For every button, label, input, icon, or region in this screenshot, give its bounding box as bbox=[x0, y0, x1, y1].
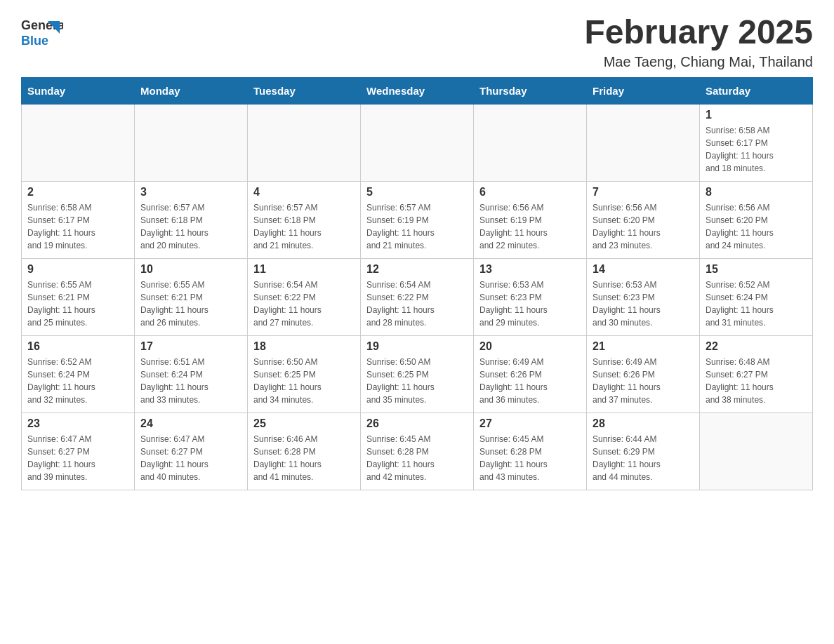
calendar-cell: 15Sunrise: 6:52 AMSunset: 6:24 PMDayligh… bbox=[700, 258, 813, 335]
day-number: 25 bbox=[253, 417, 355, 430]
day-info: Sunrise: 6:54 AMSunset: 6:22 PMDaylight:… bbox=[253, 279, 355, 329]
calendar-header-row: Sunday Monday Tuesday Wednesday Thursday… bbox=[22, 77, 813, 104]
day-number: 2 bbox=[27, 186, 128, 199]
calendar-cell: 18Sunrise: 6:50 AMSunset: 6:25 PMDayligh… bbox=[248, 335, 361, 412]
day-info: Sunrise: 6:50 AMSunset: 6:25 PMDaylight:… bbox=[253, 356, 355, 406]
calendar-week-5: 23Sunrise: 6:47 AMSunset: 6:27 PMDayligh… bbox=[22, 412, 813, 490]
calendar-cell bbox=[474, 104, 587, 181]
day-number: 18 bbox=[253, 340, 355, 353]
day-info: Sunrise: 6:47 AMSunset: 6:27 PMDaylight:… bbox=[140, 433, 241, 483]
col-saturday: Saturday bbox=[700, 77, 813, 104]
calendar-cell: 22Sunrise: 6:48 AMSunset: 6:27 PMDayligh… bbox=[700, 335, 813, 412]
day-info: Sunrise: 6:58 AMSunset: 6:17 PMDaylight:… bbox=[706, 124, 807, 175]
day-info: Sunrise: 6:57 AMSunset: 6:19 PMDaylight:… bbox=[366, 201, 468, 252]
calendar-cell: 17Sunrise: 6:51 AMSunset: 6:24 PMDayligh… bbox=[135, 335, 248, 412]
day-info: Sunrise: 6:46 AMSunset: 6:28 PMDaylight:… bbox=[253, 433, 355, 483]
day-info: Sunrise: 6:48 AMSunset: 6:27 PMDaylight:… bbox=[706, 356, 807, 406]
title-section: February 2025 Mae Taeng, Chiang Mai, Tha… bbox=[584, 14, 813, 70]
day-info: Sunrise: 6:56 AMSunset: 6:19 PMDaylight:… bbox=[479, 201, 581, 252]
day-info: Sunrise: 6:44 AMSunset: 6:29 PMDaylight:… bbox=[593, 433, 694, 483]
day-number: 9 bbox=[27, 263, 128, 276]
day-number: 11 bbox=[253, 263, 355, 276]
col-wednesday: Wednesday bbox=[361, 77, 474, 104]
day-number: 22 bbox=[706, 340, 807, 353]
calendar-subtitle: Mae Taeng, Chiang Mai, Thailand bbox=[584, 54, 813, 70]
calendar-cell: 12Sunrise: 6:54 AMSunset: 6:22 PMDayligh… bbox=[361, 258, 474, 335]
day-info: Sunrise: 6:53 AMSunset: 6:23 PMDaylight:… bbox=[479, 279, 581, 329]
calendar-cell bbox=[135, 104, 248, 181]
day-number: 28 bbox=[593, 417, 694, 430]
calendar-cell: 10Sunrise: 6:55 AMSunset: 6:21 PMDayligh… bbox=[135, 258, 248, 335]
day-info: Sunrise: 6:52 AMSunset: 6:24 PMDaylight:… bbox=[706, 279, 807, 329]
day-number: 21 bbox=[593, 340, 694, 353]
calendar-cell: 6Sunrise: 6:56 AMSunset: 6:19 PMDaylight… bbox=[474, 181, 587, 258]
day-info: Sunrise: 6:55 AMSunset: 6:21 PMDaylight:… bbox=[27, 279, 128, 329]
calendar-cell: 8Sunrise: 6:56 AMSunset: 6:20 PMDaylight… bbox=[700, 181, 813, 258]
calendar-cell: 1Sunrise: 6:58 AMSunset: 6:17 PMDaylight… bbox=[700, 104, 813, 181]
calendar-cell: 14Sunrise: 6:53 AMSunset: 6:23 PMDayligh… bbox=[587, 258, 700, 335]
day-info: Sunrise: 6:51 AMSunset: 6:24 PMDaylight:… bbox=[140, 356, 241, 406]
col-thursday: Thursday bbox=[474, 77, 587, 104]
calendar-cell: 4Sunrise: 6:57 AMSunset: 6:18 PMDaylight… bbox=[248, 181, 361, 258]
logo: General Blue bbox=[21, 14, 63, 53]
col-monday: Monday bbox=[135, 77, 248, 104]
logo-image: General Blue bbox=[21, 14, 63, 53]
calendar-cell: 26Sunrise: 6:45 AMSunset: 6:28 PMDayligh… bbox=[361, 412, 474, 490]
calendar-cell: 19Sunrise: 6:50 AMSunset: 6:25 PMDayligh… bbox=[361, 335, 474, 412]
calendar-week-1: 1Sunrise: 6:58 AMSunset: 6:17 PMDaylight… bbox=[22, 104, 813, 181]
day-info: Sunrise: 6:57 AMSunset: 6:18 PMDaylight:… bbox=[253, 201, 355, 252]
day-number: 17 bbox=[140, 340, 241, 353]
calendar-cell bbox=[361, 104, 474, 181]
calendar-cell: 2Sunrise: 6:58 AMSunset: 6:17 PMDaylight… bbox=[22, 181, 135, 258]
col-tuesday: Tuesday bbox=[248, 77, 361, 104]
day-number: 5 bbox=[366, 186, 468, 199]
calendar-cell bbox=[22, 104, 135, 181]
day-info: Sunrise: 6:53 AMSunset: 6:23 PMDaylight:… bbox=[593, 279, 694, 329]
day-info: Sunrise: 6:45 AMSunset: 6:28 PMDaylight:… bbox=[479, 433, 581, 483]
calendar-table: Sunday Monday Tuesday Wednesday Thursday… bbox=[21, 77, 813, 490]
calendar-cell: 21Sunrise: 6:49 AMSunset: 6:26 PMDayligh… bbox=[587, 335, 700, 412]
calendar-cell bbox=[248, 104, 361, 181]
calendar-cell: 13Sunrise: 6:53 AMSunset: 6:23 PMDayligh… bbox=[474, 258, 587, 335]
page-header: General Blue February 2025 Mae Taeng, Ch… bbox=[21, 14, 813, 70]
day-info: Sunrise: 6:47 AMSunset: 6:27 PMDaylight:… bbox=[27, 433, 128, 483]
day-number: 6 bbox=[479, 186, 581, 199]
day-info: Sunrise: 6:50 AMSunset: 6:25 PMDaylight:… bbox=[366, 356, 468, 406]
day-number: 4 bbox=[253, 186, 355, 199]
calendar-title: February 2025 bbox=[584, 14, 813, 51]
day-number: 12 bbox=[366, 263, 468, 276]
day-number: 7 bbox=[593, 186, 694, 199]
col-friday: Friday bbox=[587, 77, 700, 104]
day-info: Sunrise: 6:52 AMSunset: 6:24 PMDaylight:… bbox=[27, 356, 128, 406]
day-number: 1 bbox=[706, 109, 807, 121]
day-number: 15 bbox=[706, 263, 807, 276]
calendar-cell: 9Sunrise: 6:55 AMSunset: 6:21 PMDaylight… bbox=[22, 258, 135, 335]
calendar-cell: 3Sunrise: 6:57 AMSunset: 6:18 PMDaylight… bbox=[135, 181, 248, 258]
calendar-week-4: 16Sunrise: 6:52 AMSunset: 6:24 PMDayligh… bbox=[22, 335, 813, 412]
day-info: Sunrise: 6:56 AMSunset: 6:20 PMDaylight:… bbox=[706, 201, 807, 252]
day-number: 23 bbox=[27, 417, 128, 430]
day-info: Sunrise: 6:56 AMSunset: 6:20 PMDaylight:… bbox=[593, 201, 694, 252]
day-number: 3 bbox=[140, 186, 241, 199]
day-info: Sunrise: 6:54 AMSunset: 6:22 PMDaylight:… bbox=[366, 279, 468, 329]
calendar-cell: 27Sunrise: 6:45 AMSunset: 6:28 PMDayligh… bbox=[474, 412, 587, 490]
day-number: 13 bbox=[479, 263, 581, 276]
day-number: 16 bbox=[27, 340, 128, 353]
calendar-cell: 5Sunrise: 6:57 AMSunset: 6:19 PMDaylight… bbox=[361, 181, 474, 258]
day-number: 26 bbox=[366, 417, 468, 430]
calendar-cell bbox=[700, 412, 813, 490]
day-number: 14 bbox=[593, 263, 694, 276]
day-number: 10 bbox=[140, 263, 241, 276]
day-number: 19 bbox=[366, 340, 468, 353]
day-info: Sunrise: 6:45 AMSunset: 6:28 PMDaylight:… bbox=[366, 433, 468, 483]
day-info: Sunrise: 6:49 AMSunset: 6:26 PMDaylight:… bbox=[593, 356, 694, 406]
calendar-cell: 16Sunrise: 6:52 AMSunset: 6:24 PMDayligh… bbox=[22, 335, 135, 412]
calendar-cell bbox=[587, 104, 700, 181]
day-info: Sunrise: 6:55 AMSunset: 6:21 PMDaylight:… bbox=[140, 279, 241, 329]
calendar-cell: 28Sunrise: 6:44 AMSunset: 6:29 PMDayligh… bbox=[587, 412, 700, 490]
calendar-cell: 25Sunrise: 6:46 AMSunset: 6:28 PMDayligh… bbox=[248, 412, 361, 490]
calendar-cell: 20Sunrise: 6:49 AMSunset: 6:26 PMDayligh… bbox=[474, 335, 587, 412]
day-number: 20 bbox=[479, 340, 581, 353]
day-number: 8 bbox=[706, 186, 807, 199]
day-info: Sunrise: 6:57 AMSunset: 6:18 PMDaylight:… bbox=[140, 201, 241, 252]
